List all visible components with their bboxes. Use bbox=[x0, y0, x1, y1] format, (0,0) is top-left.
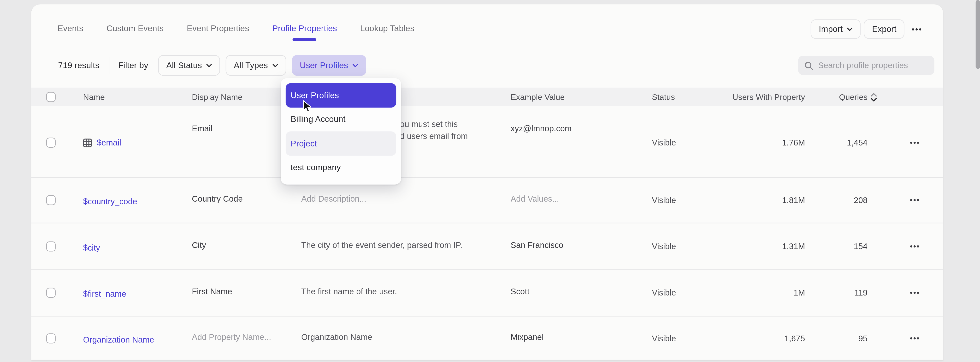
table-row: $email Email ou must set this d users em… bbox=[31, 106, 943, 178]
status-cell[interactable]: Visible bbox=[652, 288, 676, 297]
chevron-down-icon bbox=[272, 63, 278, 67]
table-body: $email Email ou must set this d users em… bbox=[31, 106, 943, 360]
property-name-link[interactable]: Organization Name bbox=[83, 335, 154, 344]
property-name-link[interactable]: $city bbox=[83, 243, 100, 252]
header-status: Status bbox=[652, 92, 675, 102]
dropdown-item-user-profiles[interactable]: User Profiles bbox=[286, 83, 396, 107]
queries-cell: 154 bbox=[818, 241, 867, 251]
sort-icon bbox=[871, 92, 877, 101]
table-row: $city City The city of the event sender,… bbox=[31, 223, 943, 270]
type-filter-dropdown[interactable]: All Types bbox=[226, 55, 286, 76]
row-menu-button[interactable]: ••• bbox=[903, 242, 927, 250]
display-name-cell[interactable]: Add Property Name... bbox=[192, 332, 271, 341]
row-menu-button[interactable]: ••• bbox=[903, 196, 927, 204]
example-value-cell[interactable]: Mixpanel bbox=[511, 332, 544, 341]
table-row: $country_code Country Code Add Descripti… bbox=[31, 178, 943, 223]
row-checkbox[interactable] bbox=[46, 137, 56, 148]
queries-cell: 119 bbox=[818, 288, 867, 297]
display-name-cell[interactable]: City bbox=[192, 240, 206, 250]
search-input[interactable]: Search profile properties bbox=[798, 56, 934, 75]
toolbar-actions: Import Export ••• bbox=[811, 19, 926, 39]
filter-by-label: Filter by bbox=[118, 61, 148, 70]
tab-events[interactable]: Events bbox=[57, 24, 83, 33]
table-row: Organization Name Add Property Name... O… bbox=[31, 317, 943, 360]
divider bbox=[109, 57, 110, 74]
display-name-cell[interactable]: Country Code bbox=[192, 194, 243, 204]
description-cell[interactable]: Organization Name bbox=[301, 332, 372, 341]
row-menu-button[interactable]: ••• bbox=[903, 138, 927, 147]
tab-lookup-tables[interactable]: Lookup Tables bbox=[360, 24, 414, 33]
row-checkbox[interactable] bbox=[46, 195, 56, 205]
users-with-property-cell: 1.76M bbox=[681, 138, 805, 147]
page: Events Custom Events Event Properties Pr… bbox=[0, 0, 980, 362]
status-cell[interactable]: Visible bbox=[652, 195, 676, 205]
table-header: Name Display Name Example Value Status U… bbox=[31, 88, 943, 106]
search-icon bbox=[805, 61, 813, 70]
mouse-cursor-icon bbox=[302, 100, 312, 113]
description-cell[interactable]: ou must set this d users email from bbox=[400, 119, 468, 142]
header-queries[interactable]: Queries bbox=[818, 92, 877, 102]
select-all-checkbox[interactable] bbox=[46, 92, 56, 102]
profile-entity-dropdown-menu: User Profiles Billing Account Project te… bbox=[281, 78, 401, 185]
display-name-cell[interactable]: Email bbox=[192, 124, 213, 133]
lexicon-card: Events Custom Events Event Properties Pr… bbox=[31, 4, 943, 360]
row-checkbox[interactable] bbox=[46, 333, 56, 343]
description-cell[interactable]: The city of the event sender, parsed fro… bbox=[301, 240, 462, 250]
queries-cell: 1,454 bbox=[818, 138, 867, 147]
header-example-value: Example Value bbox=[511, 92, 565, 102]
description-line2: d users email from bbox=[400, 130, 468, 142]
results-count: 719 results bbox=[58, 61, 99, 70]
row-checkbox[interactable] bbox=[46, 241, 56, 251]
example-value-cell[interactable]: San Francisco bbox=[511, 240, 563, 250]
tab-event-properties[interactable]: Event Properties bbox=[187, 24, 249, 33]
table-row: $first_name First Name The first name of… bbox=[31, 270, 943, 316]
queries-cell: 208 bbox=[818, 195, 867, 205]
users-with-property-cell: 1M bbox=[681, 288, 805, 297]
header-users-with-property: Users With Property bbox=[681, 92, 805, 102]
search-placeholder: Search profile properties bbox=[818, 61, 908, 70]
tab-bar: Events Custom Events Event Properties Pr… bbox=[57, 24, 414, 33]
chevron-down-icon bbox=[206, 63, 212, 67]
queries-cell: 95 bbox=[818, 333, 867, 343]
status-filter-label: All Status bbox=[166, 61, 202, 70]
table-grid-icon bbox=[83, 138, 92, 147]
header-display-name: Display Name bbox=[192, 92, 242, 102]
row-menu-button[interactable]: ••• bbox=[903, 288, 927, 297]
row-checkbox[interactable] bbox=[46, 288, 56, 298]
header-name: Name bbox=[83, 92, 105, 102]
header-queries-label: Queries bbox=[839, 92, 867, 102]
example-value-cell[interactable]: xyz@lmnop.com bbox=[511, 124, 572, 133]
users-with-property-cell: 1.31M bbox=[681, 241, 805, 251]
status-filter-dropdown[interactable]: All Status bbox=[158, 55, 220, 76]
status-cell[interactable]: Visible bbox=[652, 138, 676, 147]
status-cell[interactable]: Visible bbox=[652, 333, 676, 343]
status-cell[interactable]: Visible bbox=[652, 241, 676, 251]
import-button[interactable]: Import bbox=[811, 19, 861, 39]
property-name-link[interactable]: $country_code bbox=[83, 197, 137, 206]
dropdown-item-test-company[interactable]: test company bbox=[286, 156, 396, 180]
property-name-link[interactable]: $first_name bbox=[83, 289, 126, 299]
property-name-link[interactable]: $email bbox=[83, 138, 121, 147]
description-line1: ou must set this bbox=[400, 119, 468, 130]
users-with-property-cell: 1,675 bbox=[681, 333, 805, 343]
description-cell[interactable]: The first name of the user. bbox=[301, 287, 397, 296]
users-with-property-cell: 1.81M bbox=[681, 195, 805, 205]
example-value-cell[interactable]: Scott bbox=[511, 287, 529, 296]
filter-bar: 719 results Filter by All Status All Typ… bbox=[58, 55, 372, 76]
tab-profile-properties[interactable]: Profile Properties bbox=[272, 24, 337, 33]
display-name-cell[interactable]: First Name bbox=[192, 287, 232, 296]
export-button[interactable]: Export bbox=[864, 19, 904, 39]
chevron-down-icon bbox=[847, 27, 853, 31]
row-menu-button[interactable]: ••• bbox=[903, 334, 927, 342]
dropdown-item-billing-account[interactable]: Billing Account bbox=[286, 107, 396, 131]
tab-custom-events[interactable]: Custom Events bbox=[107, 24, 164, 33]
property-name-label: $email bbox=[97, 138, 121, 147]
vertical-scrollbar-thumb[interactable] bbox=[976, 0, 980, 69]
dropdown-item-project[interactable]: Project bbox=[286, 131, 396, 155]
profile-entity-filter-dropdown[interactable]: User Profiles bbox=[292, 55, 366, 76]
more-options-button[interactable]: ••• bbox=[908, 25, 926, 33]
example-value-cell[interactable]: Add Values... bbox=[511, 194, 559, 204]
description-cell[interactable]: Add Description... bbox=[301, 194, 366, 204]
profile-entity-filter-label: User Profiles bbox=[300, 61, 348, 70]
chevron-down-icon bbox=[352, 63, 358, 67]
